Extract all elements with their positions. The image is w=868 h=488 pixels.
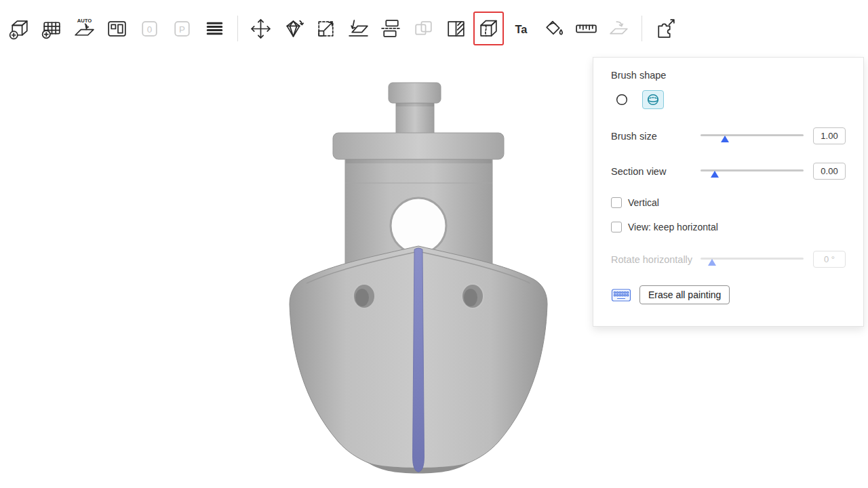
3d-viewport[interactable] <box>0 57 594 488</box>
keep-horizontal-checkbox[interactable] <box>611 222 622 232</box>
tool-text[interactable]: Ta <box>506 12 536 45</box>
benchy-roof <box>333 133 504 159</box>
vertical-checkbox-row[interactable]: Vertical <box>611 197 846 208</box>
badge-zero-label: 0 <box>147 24 152 34</box>
plate-number-icon: 0 <box>137 16 162 41</box>
assembly-icon <box>606 16 631 41</box>
tool-seam-painting[interactable] <box>473 12 504 45</box>
add-object-icon <box>7 16 32 41</box>
slider-handle[interactable] <box>721 136 729 142</box>
tool-support-painting[interactable] <box>441 12 471 45</box>
brush-shape-label: Brush shape <box>611 70 846 81</box>
tool-layers[interactable] <box>199 12 230 45</box>
text-tool-icon: Ta <box>509 16 534 41</box>
rotate-horizontally-label: Rotate horizontally <box>611 254 701 265</box>
text-tool-label: Ta <box>515 22 528 35</box>
auto-orient-icon: AUTO <box>72 16 97 41</box>
tool-scale[interactable] <box>311 12 341 45</box>
rotate-horizontally-slider <box>701 253 804 266</box>
rotate-horizontally-value: 0 ° <box>813 251 846 268</box>
slider-track <box>701 258 804 260</box>
slider-handle <box>708 259 716 266</box>
tool-rotate[interactable] <box>278 12 309 45</box>
mesh-boolean-icon <box>411 16 436 41</box>
tool-mesh-boolean <box>408 12 439 45</box>
slicer-app: AUTO 0 P <box>0 0 868 488</box>
brush-size-slider[interactable] <box>701 130 804 142</box>
benchy-chimney-cap <box>389 83 441 103</box>
slider-handle[interactable] <box>711 171 719 178</box>
main-toolbar: AUTO 0 P <box>0 0 868 57</box>
measure-icon <box>574 16 599 41</box>
tool-auto-orient[interactable]: AUTO <box>69 12 100 45</box>
circle-brush-icon <box>614 92 629 107</box>
brush-shape-sphere-option[interactable] <box>642 90 664 109</box>
tool-add-plate[interactable] <box>37 12 67 45</box>
benchy-model <box>0 57 594 488</box>
keep-horizontal-label: View: keep horizontal <box>628 222 718 232</box>
slider-track <box>701 134 804 136</box>
benchy-window <box>391 198 446 253</box>
brush-shape-circle-option[interactable] <box>611 90 633 109</box>
plate-settings-icon: P <box>170 16 195 41</box>
tool-move[interactable] <box>245 12 276 45</box>
tool-color-painting[interactable] <box>538 12 569 45</box>
support-painting-icon <box>443 16 469 41</box>
auto-label: AUTO <box>77 18 92 24</box>
layers-icon <box>202 16 227 41</box>
tool-plate-number: 0 <box>134 12 165 45</box>
place-on-face-icon <box>346 16 371 41</box>
sphere-brush-icon <box>646 92 660 107</box>
tool-plate-settings: P <box>167 12 197 45</box>
vertical-label: Vertical <box>628 197 659 208</box>
tool-arrange[interactable] <box>102 12 132 45</box>
tool-add-object[interactable] <box>4 12 35 45</box>
move-icon <box>248 16 273 41</box>
add-plate-icon <box>39 16 64 41</box>
section-view-label: Section view <box>611 166 701 177</box>
brush-size-value[interactable]: 1.00 <box>813 127 846 144</box>
scale-icon <box>313 16 338 41</box>
section-view-row: Section view 0.00 <box>611 163 846 180</box>
section-view-value[interactable]: 0.00 <box>813 163 846 180</box>
seam-paint-stripe <box>413 248 425 472</box>
tool-assembly <box>604 12 634 45</box>
rotate-horizontally-row: Rotate horizontally 0 ° <box>611 251 846 268</box>
rotate-icon <box>281 16 306 41</box>
brush-size-row: Brush size 1.00 <box>611 127 846 144</box>
keep-horizontal-checkbox-row[interactable]: View: keep horizontal <box>611 222 846 232</box>
keyboard-shortcuts-button[interactable] <box>611 287 631 303</box>
badge-p-label: P <box>179 24 185 34</box>
tool-assembly-view[interactable] <box>650 12 680 45</box>
brush-size-label: Brush size <box>611 131 701 142</box>
seam-painting-icon <box>476 16 501 41</box>
seam-painting-panel: Brush shape Brush size 1.00 <box>593 57 864 327</box>
section-view-slider[interactable] <box>701 165 804 178</box>
brush-shape-options <box>611 90 846 109</box>
benchy-chimney <box>396 102 434 134</box>
panel-actions: Erase all painting <box>611 285 846 304</box>
assembly-view-icon <box>652 16 677 41</box>
erase-all-painting-button[interactable]: Erase all painting <box>639 285 730 304</box>
arrange-icon <box>104 16 130 41</box>
tool-cut[interactable] <box>376 12 406 45</box>
tool-place-on-face[interactable] <box>343 12 374 45</box>
vertical-checkbox[interactable] <box>611 197 622 208</box>
cut-icon <box>378 16 403 41</box>
toolbar-separator <box>642 16 642 41</box>
color-painting-icon <box>541 16 566 41</box>
tool-measure[interactable] <box>571 12 601 45</box>
keyboard-icon <box>611 287 631 303</box>
toolbar-separator <box>237 16 238 41</box>
